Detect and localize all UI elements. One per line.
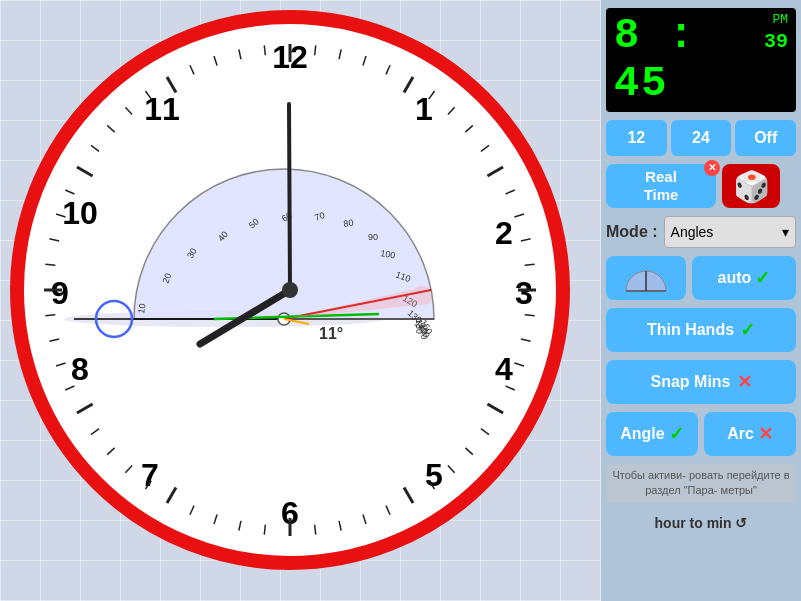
tick-26 [386, 506, 390, 515]
tick-35 [167, 487, 176, 503]
arc-crossmark: ✕ [758, 423, 773, 445]
btn-protractor[interactable] [606, 256, 686, 300]
tick-53 [125, 107, 132, 114]
tick-8 [465, 125, 472, 132]
tick-59 [264, 45, 265, 55]
angle-checkmark: ✓ [669, 423, 684, 445]
tick-29 [315, 525, 316, 535]
angle-arc-row: Angle ✓ Arc ✕ [606, 412, 796, 456]
clock-svg: /* generated inline below */ 12 1 2 3 4 … [24, 24, 556, 556]
btn-off-hour[interactable]: Off [735, 120, 796, 156]
btn-arc[interactable]: Arc ✕ [704, 412, 796, 456]
real-time-label: RealTime [644, 168, 679, 204]
tick-40 [77, 404, 93, 413]
tick-9 [481, 145, 489, 151]
activation-text: Чтобы активи- ровать перейдите в раздел … [612, 469, 789, 496]
tick-42 [56, 363, 66, 366]
real-time-badge: ✕ [704, 160, 720, 176]
seconds-value: 39 [764, 30, 788, 53]
proto-label-10: 10 [136, 303, 148, 315]
tick-34 [190, 506, 194, 515]
clock-num-8: 8 [71, 351, 89, 387]
tick-28 [339, 521, 341, 531]
tick-52 [107, 125, 114, 132]
clock-num-9: 9 [51, 275, 69, 311]
btn-angle[interactable]: Angle ✓ [606, 412, 698, 456]
tick-23 [448, 465, 455, 472]
btn-real-time[interactable]: RealTime ✕ [606, 164, 716, 208]
tick-46 [45, 264, 55, 265]
tick-10 [487, 167, 503, 176]
dice-icon[interactable]: 🎲 [722, 164, 780, 208]
mode-value: Angles [671, 224, 714, 240]
btn-12-hour[interactable]: 12 [606, 120, 667, 156]
clock-face: /* generated inline below */ 12 1 2 3 4 … [10, 10, 570, 570]
arc-label: Arc [727, 425, 754, 443]
angle-degree-label: 11° [319, 325, 343, 342]
tick-41 [65, 386, 74, 390]
tick-22 [465, 448, 472, 455]
protractor-auto-row: auto ✓ [606, 256, 796, 300]
clock-num-2: 2 [495, 215, 513, 251]
hour-to-min-label: hour to min ↺ [655, 515, 748, 531]
right-panel: PM 8 : 45 39 12 24 Off RealTime ✕ 🎲 Mode… [601, 0, 801, 601]
btn-thin-hands[interactable]: Thin Hands ✓ [606, 308, 796, 352]
tick-25 [404, 487, 413, 503]
tick-20 [487, 404, 503, 413]
clock-num-10: 10 [62, 195, 98, 231]
hours-value: 8 [614, 12, 641, 60]
ampm-label: PM [772, 12, 788, 27]
mode-dropdown[interactable]: Angles ▾ [664, 216, 796, 248]
clock-center-dot [282, 282, 298, 298]
tick-58 [239, 49, 241, 59]
hour-mode-row: 12 24 Off [606, 120, 796, 156]
proto-label-90: 90 [368, 232, 378, 242]
tick-1 [315, 45, 316, 55]
tick-51 [91, 145, 99, 151]
tick-57 [214, 56, 217, 66]
clock-num-4: 4 [495, 351, 513, 387]
clock-num-7: 7 [141, 457, 159, 493]
tick-27 [363, 514, 366, 524]
auto-checkmark: ✓ [755, 267, 770, 289]
snap-mins-label: Snap Mins [650, 373, 730, 391]
proto-label-180: 180 [414, 319, 424, 334]
thin-hands-label: Thin Hands [647, 321, 734, 339]
tick-21 [481, 429, 489, 435]
tick-16 [525, 315, 535, 316]
btn-auto[interactable]: auto ✓ [692, 256, 796, 300]
auto-label: auto [718, 269, 752, 287]
mode-row: Mode : Angles ▾ [606, 216, 796, 248]
digital-clock: PM 8 : 45 39 [606, 8, 796, 112]
tick-43 [49, 339, 59, 341]
thin-hands-checkmark: ✓ [740, 319, 755, 341]
tick-47 [49, 239, 59, 241]
tick-33 [214, 514, 217, 524]
minutes-value: 45 [614, 60, 668, 108]
activation-notice: Чтобы активи- ровать перейдите в раздел … [606, 464, 796, 503]
tick-13 [521, 239, 531, 241]
tick-31 [264, 525, 265, 535]
tick-50 [77, 167, 93, 176]
tick-18 [514, 363, 524, 366]
tick-38 [107, 448, 114, 455]
minute-hand [289, 104, 290, 290]
protractor-icon [621, 261, 671, 296]
tick-44 [45, 315, 55, 316]
chevron-down-icon: ▾ [782, 224, 789, 240]
angle-label: Angle [620, 425, 664, 443]
tick-7 [448, 107, 455, 114]
btn-snap-mins[interactable]: Snap Mins ✕ [606, 360, 796, 404]
mode-label: Mode : [606, 223, 658, 241]
tick-14 [525, 264, 535, 265]
tick-56 [190, 65, 194, 74]
tick-11 [506, 190, 515, 194]
tick-12 [514, 214, 524, 217]
real-time-row: RealTime ✕ 🎲 [606, 164, 796, 208]
clock-num-3: 3 [515, 275, 533, 311]
digital-hours: 8 : 45 [614, 12, 762, 108]
tick-5 [404, 77, 413, 93]
btn-24-hour[interactable]: 24 [671, 120, 732, 156]
tick-3 [363, 56, 366, 66]
hour-to-min[interactable]: hour to min ↺ [606, 511, 796, 535]
